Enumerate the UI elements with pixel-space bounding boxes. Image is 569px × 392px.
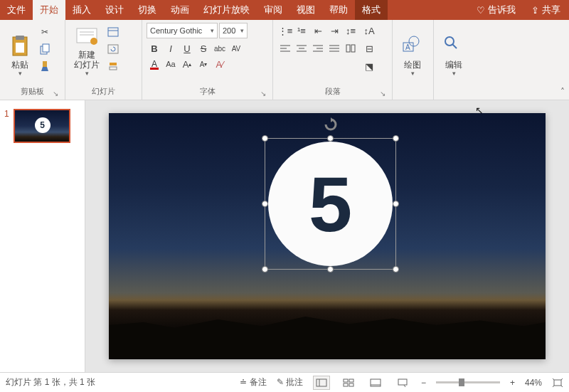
tab-animations[interactable]: 动画	[164, 0, 196, 20]
resize-handle[interactable]	[327, 135, 334, 142]
editing-button[interactable]: 编辑 ▾	[438, 23, 469, 78]
outdent-button[interactable]: ⇤	[310, 23, 326, 38]
indent-button[interactable]: ⇥	[326, 23, 342, 38]
strike-button[interactable]: S	[196, 41, 211, 56]
share-button[interactable]: ⇪ 共享	[523, 0, 569, 20]
reading-view-button[interactable]	[367, 376, 384, 390]
paste-button[interactable]: 粘贴 ▾	[4, 23, 36, 78]
paste-label: 粘贴	[11, 60, 28, 70]
drawing-button[interactable]: A 绘图 ▾	[397, 23, 428, 78]
dialog-launcher-icon[interactable]: ↘	[379, 90, 386, 97]
smartart-button[interactable]: ⬔	[361, 58, 377, 74]
font-size-combo[interactable]: 200▾	[219, 23, 248, 38]
group-editing: 编辑 ▾	[434, 20, 475, 100]
font-name-combo[interactable]: Century Gothic▾	[147, 23, 218, 38]
thumbnail-number: 1	[4, 109, 9, 143]
collapse-ribbon-button[interactable]: ˄	[560, 87, 565, 97]
columns-button[interactable]	[343, 41, 358, 56]
tell-me-label: 告诉我	[488, 4, 516, 16]
resize-handle[interactable]	[393, 266, 399, 272]
section-button[interactable]	[105, 58, 121, 74]
resize-handle[interactable]	[393, 135, 399, 142]
bold-button[interactable]: B	[147, 41, 162, 56]
thumbnail-preview[interactable]: 5	[14, 109, 70, 143]
text-direction-button[interactable]: ↕A	[361, 23, 377, 38]
svg-rect-40	[344, 383, 348, 386]
tab-home[interactable]: 开始	[33, 0, 65, 20]
tab-review[interactable]: 审阅	[257, 0, 289, 20]
numbering-button[interactable]: ¹≡	[294, 23, 309, 38]
reset-button[interactable]	[105, 41, 121, 57]
zoom-thumb[interactable]	[459, 378, 464, 386]
font-color-button[interactable]: A	[147, 56, 162, 72]
smartart-icon: ⬔	[365, 61, 373, 72]
resize-handle[interactable]	[262, 135, 268, 142]
underline-button[interactable]: U	[179, 41, 195, 56]
ribbon-tabs: 文件 开始 插入 设计 切换 动画 幻灯片放映 审阅 视图 帮助 格式 ♡ 告诉…	[0, 0, 569, 20]
resize-handle[interactable]	[393, 201, 399, 207]
tab-design[interactable]: 设计	[98, 0, 131, 20]
grow-font-button[interactable]: A▴	[179, 56, 195, 72]
selected-shape[interactable]: 5	[268, 142, 393, 266]
shrink-font-button[interactable]: A▾	[196, 56, 211, 72]
tab-help[interactable]: 帮助	[322, 0, 355, 20]
format-painter-button[interactable]	[37, 58, 53, 74]
zoom-out-button[interactable]: −	[421, 378, 426, 388]
font-name-value: Century Gothic	[150, 26, 202, 35]
tab-transitions[interactable]: 切换	[131, 0, 164, 20]
fit-window-button[interactable]	[552, 378, 563, 388]
zoom-slider[interactable]	[436, 381, 500, 383]
resize-handle[interactable]	[262, 266, 268, 272]
align-right-button[interactable]	[310, 41, 326, 56]
slideshow-view-button[interactable]	[394, 376, 411, 390]
svg-rect-39	[349, 379, 353, 382]
sorter-view-button[interactable]	[340, 376, 357, 390]
zoom-value[interactable]: 44%	[525, 378, 542, 388]
resize-handle[interactable]	[327, 266, 334, 272]
svg-rect-41	[349, 383, 353, 386]
editing-label: 编辑	[445, 60, 462, 70]
dialog-launcher-icon[interactable]: ↘	[52, 90, 59, 97]
tab-format[interactable]: 格式	[355, 0, 388, 20]
layout-button[interactable]	[105, 24, 121, 40]
dialog-launcher-icon[interactable]: ↘	[260, 90, 267, 97]
ribbon: 粘贴 ▾ ✂ 剪贴板 ↘ 新建 幻灯片 ▾	[0, 20, 569, 100]
bullets-button[interactable]: ⋮≡	[277, 23, 293, 38]
new-slide-button[interactable]: 新建 幻灯片 ▾	[70, 23, 104, 78]
thumbnail-pane[interactable]: 1 5	[0, 100, 85, 372]
thumbnail-item[interactable]: 1 5	[4, 109, 80, 143]
tab-view[interactable]: 视图	[289, 0, 322, 20]
normal-view-button[interactable]	[313, 376, 330, 390]
align-center-button[interactable]	[294, 41, 309, 56]
align-text-button[interactable]: ⊟	[361, 41, 377, 56]
italic-button[interactable]: I	[163, 41, 179, 56]
tell-me-search[interactable]: ♡ 告诉我	[469, 0, 523, 20]
cut-button[interactable]: ✂	[37, 24, 53, 40]
zoom-in-button[interactable]: +	[510, 378, 515, 388]
svg-line-35	[452, 44, 457, 48]
align-left-button[interactable]	[277, 41, 293, 56]
tab-file[interactable]: 文件	[0, 0, 33, 20]
slide-editor[interactable]: ↖ 5	[85, 100, 569, 372]
spacing-button[interactable]: AV	[228, 41, 244, 56]
comments-button[interactable]: ✎ 批注	[277, 376, 303, 388]
thumbnail-digit: 5	[35, 117, 50, 133]
rotate-handle[interactable]	[324, 117, 338, 132]
tab-slideshow[interactable]: 幻灯片放映	[196, 0, 257, 20]
clear-format-button[interactable]: A⁄	[212, 56, 228, 72]
copy-button[interactable]	[37, 41, 53, 57]
resize-handle[interactable]	[262, 201, 268, 207]
notes-button[interactable]: ≐ 备注	[240, 376, 266, 388]
case-button[interactable]: Aa	[163, 56, 179, 72]
paragraph-label: 段落 ↘	[277, 85, 388, 98]
copy-icon	[39, 43, 50, 55]
reset-icon	[107, 44, 119, 54]
align-right-icon	[313, 44, 323, 53]
shadow-button[interactable]: abc	[212, 41, 228, 56]
slides-label: 幻灯片	[70, 85, 137, 98]
group-font: Century Gothic▾ 200▾ B I U S abc AV A Aa…	[142, 20, 273, 100]
tab-insert[interactable]: 插入	[65, 0, 98, 20]
slide-canvas[interactable]: 5	[109, 113, 546, 359]
justify-button[interactable]	[326, 41, 342, 56]
line-spacing-button[interactable]: ↕≡	[343, 23, 358, 38]
